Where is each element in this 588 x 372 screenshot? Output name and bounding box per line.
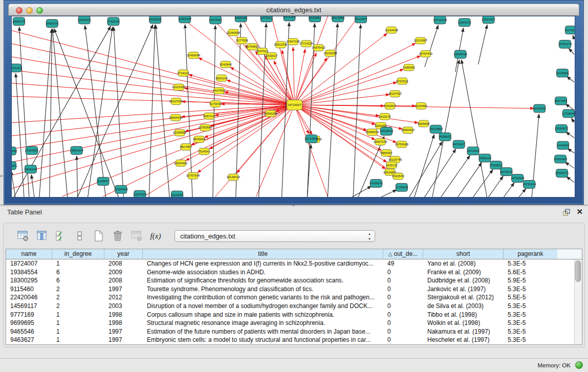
minimize-window-button[interactable] [26,7,33,14]
graph-node[interactable]: 7485083 [403,64,415,71]
graph-node[interactable]: 9215953 [534,104,546,113]
graph-node[interactable]: 11804572 [458,18,471,27]
graph-node[interactable]: 18724007 [287,100,302,110]
graph-node[interactable]: 15751074 [558,40,572,48]
graph-node[interactable]: 15421547 [482,16,495,24]
column-header-pagerank[interactable]: pagerank [504,249,557,259]
float-panel-icon[interactable] [562,208,571,216]
memory-status-indicator[interactable] [575,361,583,369]
close-panel-icon[interactable]: ✕ [576,207,583,216]
graph-node[interactable]: 18410954 [429,125,443,134]
graph-node[interactable]: 19797493 [419,51,433,57]
graph-node[interactable]: 12260584 [227,29,241,36]
graph-node[interactable]: 11175544 [564,26,575,34]
delete-column-button[interactable] [111,229,125,243]
graph-node[interactable]: 9129966 [556,69,569,77]
graph-node[interactable]: 16732544 [511,174,525,183]
graph-node[interactable]: 5905145 [25,165,37,173]
graph-node[interactable]: 9884067 [380,150,392,157]
table-row[interactable]: 911546021997Tourette syndrome. Phenomeno… [6,285,574,294]
graph-node[interactable]: 19756928 [395,141,409,148]
graph-node[interactable]: 19166852 [173,129,187,136]
table-row[interactable]: 977716911998Corpus callosum shape and si… [6,311,574,319]
graph-node[interactable]: 16409544 [380,127,394,136]
graph-node[interactable]: 8330816 [149,16,162,24]
graph-node[interactable]: 18907249 [374,139,387,145]
column-header-year[interactable]: year [104,249,143,259]
graph-node[interactable]: 18300295 [264,110,277,117]
graph-node[interactable]: 16648794 [453,50,467,58]
graph-node[interactable]: 9119545 [171,191,184,197]
graph-node[interactable]: 18107554 [169,98,183,105]
graph-node[interactable]: 9227343 [555,97,567,105]
graph-node[interactable]: 9612457 [355,16,367,23]
graph-node[interactable]: 18113054 [331,16,345,22]
graph-node[interactable]: 19891344 [70,146,83,155]
graph-node[interactable]: 7524541 [198,148,210,155]
graph-node[interactable]: 1527602 [209,16,221,24]
table-row[interactable]: 946362711997Embryonic stem cells: a mode… [6,336,574,344]
graph-node[interactable]: 12213343 [172,84,186,91]
column-header-in_degree[interactable]: in_degree [52,249,104,259]
scrollbar-thumb[interactable] [575,260,581,282]
zoom-window-button[interactable] [36,7,43,14]
graph-node[interactable]: 2935114 [479,154,491,162]
graph-node[interactable]: 9177554 [236,37,248,44]
graph-node[interactable]: 7204907 [384,103,396,110]
table-row[interactable]: 1456911722003Disruption of a novel membe… [6,302,574,311]
graph-node[interactable]: 20511307 [12,64,22,72]
graph-node[interactable]: 10653287 [178,16,192,23]
graph-node[interactable]: 6466160 [235,16,247,22]
graph-node[interactable]: 10688639 [365,129,379,136]
graph-node[interactable]: 19654935 [169,114,183,121]
network-window-titlebar[interactable]: citations_edges.txt [8,4,579,16]
table-mode-button[interactable] [16,229,30,243]
row-select-button[interactable]: ✓ ✓ [54,229,68,243]
graph-node[interactable]: 22420046 [187,52,201,59]
graph-node[interactable]: 22329464 [114,185,128,193]
table-row[interactable]: 1830029562008Estimation of significance … [6,276,574,285]
graph-node[interactable]: 13216054 [323,50,337,57]
row-height-button[interactable] [73,229,87,243]
graph-node[interactable]: 16754812 [245,43,259,50]
graph-node[interactable]: 7632621 [490,161,503,169]
graph-node[interactable]: 21669505 [25,146,39,155]
network-view-window[interactable]: citations_edges.txt 18724007224200462718… [4,0,584,205]
graph-node[interactable]: 1572354 [284,16,296,21]
graph-node[interactable]: 15134558 [304,135,318,143]
graph-node[interactable]: 12734544 [562,110,575,118]
graph-node[interactable]: 19138414 [227,174,241,181]
table-row[interactable]: 946554611997Estimation of the future num… [6,327,574,336]
graph-node[interactable]: 11547925 [133,190,147,197]
show-columns-button[interactable] [35,229,49,243]
graph-node[interactable]: 16107427 [388,91,402,97]
table-row[interactable]: 1872400712008Changes of HCN gene express… [6,259,574,268]
table-selector-dropdown[interactable]: citations_edges.txt ▲▼ [175,230,375,242]
graph-node[interactable]: 16875412 [312,45,325,51]
graph-node[interactable]: 12213987 [414,37,428,44]
graph-node[interactable]: 10757544 [186,172,200,179]
table-row[interactable]: 1938455462009Genome-wide association stu… [6,268,574,277]
graph-node[interactable]: 2803144 [215,75,228,81]
table-vertical-scrollbar[interactable] [574,259,582,344]
graph-node[interactable]: 8427552 [213,87,225,94]
graph-node[interactable]: 10719134 [433,16,447,24]
graph-node[interactable]: 9699695 [418,120,430,127]
graph-node[interactable]: 1615132 [385,162,397,168]
graph-node[interactable]: 1616275 [379,113,391,120]
graph-node[interactable]: 15992971 [555,169,569,178]
column-header-short[interactable]: short [423,249,504,259]
graph-node[interactable]: 1653289 [78,16,91,24]
graph-node[interactable]: 12093872 [555,125,569,133]
graph-node[interactable]: 2522544 [392,173,404,180]
column-header-out_degree[interactable]: △out_de... [383,249,423,259]
graph-node[interactable]: 8267130 [203,113,215,119]
graph-node[interactable]: 8938923 [439,133,451,141]
graph-node[interactable]: 16534952 [174,160,188,166]
graph-node[interactable]: 19305451 [12,162,17,170]
graph-node[interactable]: 9905175 [13,17,25,26]
graph-node[interactable]: 4170041 [209,101,222,107]
graph-node[interactable]: 9119547 [97,177,109,185]
graph-node[interactable]: 1632017 [266,53,277,59]
graph-node[interactable]: 12353584 [199,124,212,131]
